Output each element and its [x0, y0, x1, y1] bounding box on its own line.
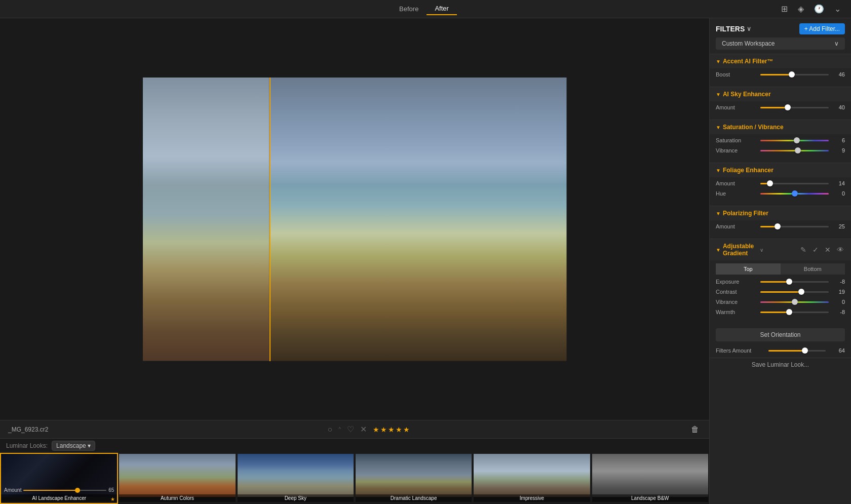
amount-slider-0[interactable]: [23, 490, 106, 491]
panel-header: FILTERS ∨ + Add Filter...: [710, 18, 851, 37]
gradient-section: ▼ Adjustable Gradient ∨ ✎ ✓ ✕ 👁 Top Bott…: [710, 239, 851, 324]
foliage-header[interactable]: ▼ Foliage Enhancer: [710, 163, 851, 177]
accent-ai-section: ▼ Accent AI Filter™ Boost 46: [710, 54, 851, 87]
vibrance-grad-track[interactable]: [760, 301, 829, 303]
filmstrip-item-0[interactable]: Amount 65 AI Landscape Enhancer ★: [0, 453, 118, 504]
filmstrip-thumb-4: [474, 454, 590, 497]
gradient-pencil-icon[interactable]: ✎: [799, 245, 807, 255]
workspace-button[interactable]: Custom Workspace ∨: [716, 37, 845, 50]
filmstrip-label-0: AI Landscape Enhancer: [1, 494, 117, 502]
boost-track[interactable]: [760, 74, 829, 75]
split-line[interactable]: [269, 77, 270, 361]
gradient-header[interactable]: ▼ Adjustable Gradient ∨ ✎ ✓ ✕ 👁: [710, 239, 851, 260]
polarizing-value: 25: [833, 223, 845, 229]
filmstrip-item-3[interactable]: Dramatic Landscape: [355, 453, 473, 504]
star-1[interactable]: ★: [373, 425, 379, 434]
star-rating[interactable]: ★ ★ ★ ★ ★: [373, 425, 410, 434]
filmstrip-label-3: Dramatic Landscape: [356, 494, 472, 502]
looks-label: Luminar Looks:: [6, 442, 48, 449]
clock-icon[interactable]: 🕐: [812, 3, 826, 15]
vibrance-sat-track[interactable]: [760, 150, 829, 151]
filename: _MG_6923.cr2: [8, 426, 48, 433]
view-toggle: Before After: [391, 3, 457, 15]
star-5[interactable]: ★: [403, 425, 410, 434]
sky-amount-label: Amount: [716, 104, 756, 110]
filmstrip-thumb-3: [356, 454, 472, 497]
boost-fill: [760, 74, 792, 75]
amount-val-0: 65: [108, 487, 114, 493]
filmstrip-label-5: Landscape B&W: [592, 494, 708, 502]
reject-icon[interactable]: ✕: [360, 424, 367, 434]
vibrance-grad-value: 0: [833, 299, 845, 305]
gradient-eye-icon[interactable]: 👁: [836, 245, 845, 255]
filters-amount-track[interactable]: [768, 350, 826, 352]
exposure-thumb[interactable]: [786, 279, 792, 285]
grid-icon[interactable]: ⊞: [779, 3, 790, 15]
warmth-thumb[interactable]: [786, 309, 792, 315]
filmstrip-item-2[interactable]: Deep Sky: [237, 453, 355, 504]
chevron-down-icon[interactable]: ⌄: [832, 3, 843, 15]
contrast-value: 19: [833, 289, 845, 295]
accent-ai-header[interactable]: ▼ Accent AI Filter™: [710, 54, 851, 68]
gradient-tab-top[interactable]: Top: [716, 263, 781, 275]
vibrance-grad-thumb[interactable]: [792, 299, 798, 305]
gradient-check-icon[interactable]: ✓: [811, 245, 820, 255]
filmstrip-item-4[interactable]: Impressive: [473, 453, 591, 504]
saturation-row: Saturation 6: [716, 137, 845, 143]
filters-chevron[interactable]: ∨: [747, 25, 751, 32]
warmth-track[interactable]: [760, 312, 829, 313]
heart-icon[interactable]: ♡: [347, 424, 354, 434]
star-4[interactable]: ★: [396, 425, 402, 434]
before-button[interactable]: Before: [391, 3, 427, 15]
contrast-label: Contrast: [716, 289, 756, 295]
sky-amount-fill: [760, 107, 788, 108]
gradient-tab-bottom[interactable]: Bottom: [781, 263, 845, 275]
boost-thumb[interactable]: [789, 71, 795, 77]
foliage-hue-track[interactable]: [760, 193, 829, 195]
sat-vib-header[interactable]: ▼ Saturation / Vibrance: [710, 120, 851, 134]
polarizing-header[interactable]: ▼ Polarizing Filter: [710, 206, 851, 220]
add-filter-button[interactable]: + Add Filter...: [799, 23, 845, 34]
vibrance-sat-thumb[interactable]: [795, 147, 801, 153]
foliage-amount-label: Amount: [716, 180, 756, 186]
saturation-label: Saturation: [716, 137, 756, 143]
foliage-hue-row: Hue 0: [716, 190, 845, 197]
looks-dropdown[interactable]: Landscape ▾: [52, 441, 95, 451]
foliage-hue-thumb[interactable]: [792, 190, 798, 197]
filmstrip-item-5[interactable]: Landscape B&W: [591, 453, 709, 504]
star-2[interactable]: ★: [380, 425, 387, 434]
filters-amount-thumb[interactable]: [802, 347, 808, 354]
set-orientation-button[interactable]: Set Orientation: [716, 328, 845, 341]
polarizing-track[interactable]: [760, 226, 829, 227]
foliage-amount-thumb[interactable]: [767, 180, 773, 186]
vibrance-grad-label: Vibrance: [716, 299, 756, 305]
gradient-close-icon[interactable]: ✕: [824, 245, 832, 255]
contrast-fill: [760, 291, 801, 293]
filmstrip-item-1[interactable]: Autumn Colors: [118, 453, 236, 504]
sky-amount-track[interactable]: [760, 107, 829, 108]
warmth-label: Warmth: [716, 309, 756, 315]
save-look-button[interactable]: Save Luminar Look...: [710, 358, 851, 371]
filmstrip-items: Amount 65 AI Landscape Enhancer ★ Autumn…: [0, 453, 709, 504]
saturation-track[interactable]: [760, 140, 829, 141]
sky-amount-thumb[interactable]: [785, 104, 791, 110]
circle-icon[interactable]: ○: [328, 425, 333, 434]
star-3[interactable]: ★: [388, 425, 395, 434]
boost-label: Boost: [716, 71, 756, 77]
sky-enhancer-title: AI Sky Enhancer: [723, 91, 845, 98]
gradient-title: Adjustable Gradient: [723, 243, 759, 257]
layers-icon[interactable]: ◈: [796, 3, 806, 15]
sky-enhancer-header[interactable]: ▼ AI Sky Enhancer: [710, 87, 851, 101]
exposure-track[interactable]: [760, 281, 829, 283]
saturation-thumb[interactable]: [794, 137, 800, 143]
status-center: ○ ^ ♡ ✕ ★ ★ ★ ★ ★: [328, 424, 410, 434]
foliage-amount-value: 14: [833, 180, 845, 186]
contrast-thumb[interactable]: [798, 289, 804, 295]
polarizing-title: Polarizing Filter: [723, 210, 845, 217]
trash-icon[interactable]: 🗑: [689, 424, 701, 435]
contrast-row: Contrast 19: [716, 289, 845, 295]
contrast-track[interactable]: [760, 291, 829, 293]
foliage-amount-track[interactable]: [760, 183, 829, 184]
after-button[interactable]: After: [427, 3, 456, 15]
polarizing-thumb[interactable]: [775, 223, 781, 229]
